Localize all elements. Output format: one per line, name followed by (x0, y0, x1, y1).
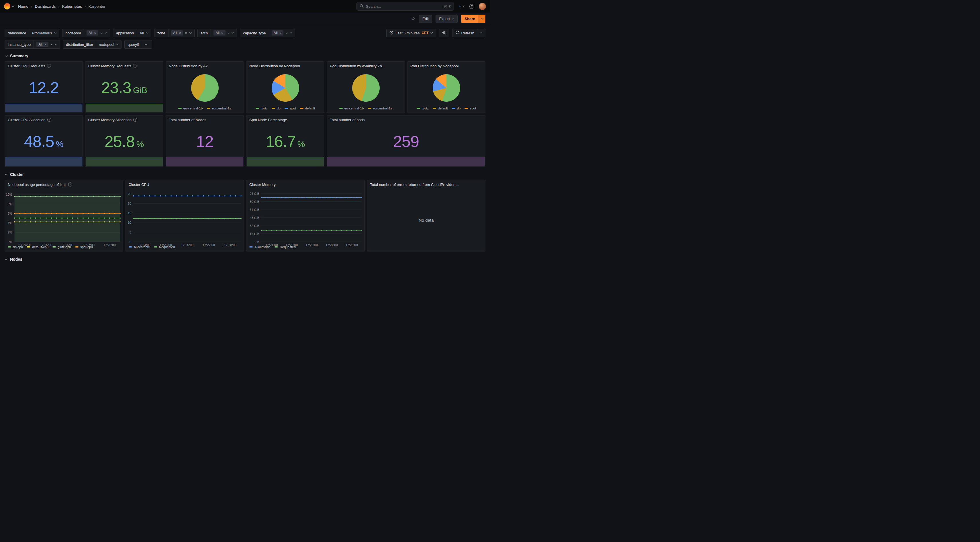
chevron-down-icon (430, 32, 433, 34)
section-nodes[interactable]: Nodes (5, 254, 485, 265)
info-icon[interactable]: i (133, 118, 137, 122)
legend-item[interactable]: spot (465, 106, 476, 110)
legend-item[interactable]: eu-central-1b (178, 106, 203, 110)
pie-chart (272, 74, 299, 102)
legend-item[interactable]: eu-central-1a (207, 106, 232, 110)
legend-item[interactable]: Allocatable (129, 245, 150, 249)
legend-item[interactable]: Requested (275, 245, 296, 249)
filter-value[interactable]: All×× (84, 29, 110, 37)
legend-label: Requested (159, 245, 175, 249)
filter-capacity_type[interactable]: capacity_typeAll×× (240, 29, 295, 37)
legend-item[interactable]: default (300, 106, 315, 110)
clear-filter-icon[interactable]: × (285, 31, 288, 35)
filter-datasource[interactable]: datasourcePrometheus (5, 29, 59, 37)
filter-value[interactable]: All×× (169, 29, 194, 37)
legend-item[interactable]: glutz (256, 106, 268, 110)
info-icon[interactable]: i (47, 64, 51, 68)
search-placeholder: Search... (366, 4, 441, 9)
panel-title[interactable]: Pod Distribution by Aviability Zo... (330, 64, 385, 68)
info-icon[interactable]: i (68, 183, 72, 186)
panel-title[interactable]: Spot Node Percentage (249, 118, 287, 122)
filter-nodepool[interactable]: nodepoolAll×× (62, 29, 110, 37)
filter-arch[interactable]: archAll×× (197, 29, 237, 37)
legend-item[interactable]: spot (285, 106, 296, 110)
section-cluster[interactable]: Cluster (5, 169, 485, 180)
breadcrumb-item[interactable]: Home (18, 4, 29, 9)
legend-item[interactable]: eu-central-1a (368, 106, 393, 110)
refresh-interval-dropdown[interactable] (477, 29, 482, 37)
filter-value[interactable] (142, 40, 152, 48)
breadcrumb-item[interactable]: Kubernetes (62, 4, 82, 9)
legend-item[interactable]: default-cpu (27, 245, 48, 249)
section-summary[interactable]: Summary (5, 51, 485, 61)
legend-item[interactable]: db (452, 106, 461, 110)
legend-item[interactable]: eu-central-1b (339, 106, 364, 110)
legend-item[interactable]: Requested (154, 245, 175, 249)
filter-distribution_filter[interactable]: distribution_filternodepool (63, 40, 121, 49)
legend-item[interactable]: default (433, 106, 448, 110)
panel-title[interactable]: Node Distribution by AZ (169, 64, 208, 68)
panel-title[interactable]: Cluster CPU Requests (8, 64, 45, 68)
grafana-logo-button[interactable] (4, 3, 14, 10)
panel-title[interactable]: Cluster Memory Allocation (88, 118, 132, 122)
clear-filter-icon[interactable]: × (51, 43, 53, 46)
filter-value[interactable]: All×× (34, 40, 60, 48)
panel-title[interactable]: Cluster CPU Allocation (8, 118, 46, 122)
filter-zone[interactable]: zoneAll×× (154, 29, 194, 37)
edit-button[interactable]: Edit (419, 14, 432, 23)
filter-chip[interactable]: All× (272, 30, 284, 35)
clear-filter-icon[interactable]: × (228, 31, 230, 35)
panel-title[interactable]: Cluster CPU (129, 183, 149, 187)
time-range-picker[interactable]: Last 5 minutes CET (386, 29, 436, 37)
refresh-button[interactable]: Refresh (452, 29, 485, 37)
filter-application[interactable]: applicationAll (113, 29, 151, 37)
filter-chip[interactable]: All× (37, 42, 48, 47)
panel-title[interactable]: Nodepool usage percentage of limit (8, 183, 67, 187)
zoom-out-button[interactable] (439, 29, 449, 37)
remove-chip-icon[interactable]: × (279, 31, 282, 35)
legend-item[interactable]: db (272, 106, 280, 110)
add-button[interactable]: + (458, 3, 465, 9)
legend-item[interactable]: glutz (417, 106, 429, 110)
filter-row: instance_typeAll××distribution_filternod… (5, 40, 295, 49)
info-icon[interactable]: i (133, 64, 137, 68)
filter-instance_type[interactable]: instance_typeAll×× (5, 40, 60, 49)
export-button[interactable]: Export (436, 14, 458, 23)
star-icon[interactable]: ☆ (411, 16, 415, 22)
filter-value[interactable]: nodepool (96, 40, 121, 48)
remove-chip-icon[interactable]: × (44, 43, 46, 46)
info-icon[interactable]: i (47, 118, 51, 122)
breadcrumb-item[interactable]: Dashboards (35, 4, 56, 9)
panel-title[interactable]: Total number of pods (330, 118, 364, 122)
filter-value[interactable]: All (137, 29, 151, 37)
help-button[interactable]: ? (469, 4, 474, 9)
filter-query0[interactable]: query0 (124, 40, 152, 49)
filter-value[interactable]: Prometheus (29, 29, 59, 37)
clear-filter-icon[interactable]: × (185, 31, 187, 35)
panel-title[interactable]: Node Distribution by Nodepool (249, 64, 300, 68)
share-button[interactable]: Share (461, 14, 479, 23)
timeseries-plot: 051015202517:24:0017:25:0017:26:0017:27:… (126, 189, 244, 244)
remove-chip-icon[interactable]: × (94, 31, 97, 35)
share-dropdown-button[interactable] (479, 14, 485, 23)
filter-chip[interactable]: All× (213, 30, 226, 35)
filter-value[interactable]: All×× (211, 29, 237, 37)
panel-title[interactable]: Pod Distribution by Nodepool (410, 64, 458, 68)
user-avatar[interactable] (479, 3, 486, 10)
panel-title[interactable]: Cluster Memory (249, 183, 276, 187)
remove-chip-icon[interactable]: × (221, 31, 224, 35)
filter-row: datasourcePrometheusnodepoolAll××applica… (5, 29, 295, 37)
legend-item[interactable]: db-cpu (8, 245, 23, 249)
filter-chip[interactable]: All× (171, 30, 183, 35)
filter-value[interactable]: All×× (269, 29, 295, 37)
legend-item[interactable]: Allocatable (249, 245, 270, 249)
search-input[interactable]: Search... ⌘+k (356, 2, 454, 11)
legend-item[interactable]: spot-cpu (75, 245, 93, 249)
panel-title[interactable]: Cluster Memory Requests (88, 64, 131, 68)
remove-chip-icon[interactable]: × (179, 31, 181, 35)
panel-title[interactable]: Total number of Nodes (169, 118, 206, 122)
clear-filter-icon[interactable]: × (100, 31, 103, 35)
panel-title[interactable]: Total number of errors returned from Clo… (370, 183, 459, 187)
legend-item[interactable]: glutz-cpu (52, 245, 71, 249)
filter-chip[interactable]: All× (86, 30, 99, 35)
